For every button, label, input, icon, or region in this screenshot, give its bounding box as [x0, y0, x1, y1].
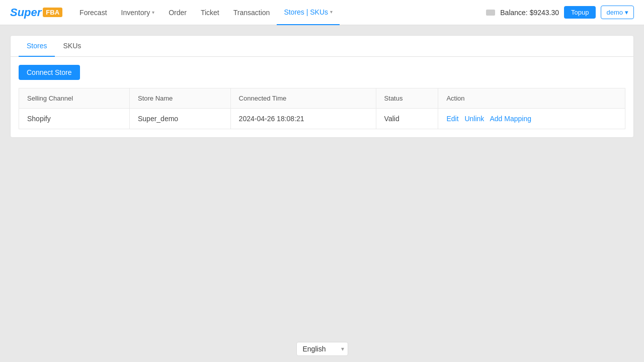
- tab-stores[interactable]: Stores: [19, 36, 55, 57]
- table-row: Shopify Super_demo 2024-04-26 18:08:21 V…: [19, 109, 625, 129]
- col-header-selling-channel: Selling Channel: [19, 88, 130, 109]
- language-select[interactable]: English Chinese Japanese: [296, 342, 348, 356]
- unlink-link[interactable]: Unlink: [464, 115, 484, 123]
- nav-item-order[interactable]: Order: [162, 0, 194, 25]
- nav-links: Forecast Inventory ▾ Order Ticket Transa…: [72, 0, 486, 25]
- nav-item-transaction[interactable]: Transaction: [226, 0, 277, 25]
- page-content: Stores SKUs Connect Store Selling Channe…: [0, 25, 644, 148]
- balance-icon: [486, 10, 495, 16]
- logo-fba-text: FBA: [43, 8, 62, 17]
- chevron-down-icon: ▾: [152, 10, 154, 15]
- stores-table: Selling Channel Store Name Connected Tim…: [19, 88, 625, 129]
- connect-store-button[interactable]: Connect Store: [19, 65, 80, 80]
- nav-item-ticket[interactable]: Ticket: [194, 0, 226, 25]
- cell-selling-channel: Shopify: [19, 109, 130, 129]
- footer: English Chinese Japanese: [0, 336, 644, 362]
- navbar: Super FBA Forecast Inventory ▾ Order Tic…: [0, 0, 644, 25]
- card-body: Connect Store Selling Channel Store Name…: [11, 57, 633, 137]
- edit-link[interactable]: Edit: [446, 115, 458, 123]
- cell-status: Valid: [376, 109, 438, 129]
- nav-item-stores-skus[interactable]: Stores | SKUs ▾: [277, 0, 340, 25]
- topup-button[interactable]: Topup: [564, 6, 596, 19]
- balance-text: Balance: $9243.30: [500, 9, 559, 17]
- cell-action: Edit Unlink Add Mapping: [438, 109, 625, 129]
- main-card: Stores SKUs Connect Store Selling Channe…: [10, 35, 634, 138]
- add-mapping-link[interactable]: Add Mapping: [490, 115, 531, 123]
- demo-button[interactable]: demo ▾: [601, 6, 634, 19]
- chevron-down-icon-demo: ▾: [625, 9, 628, 16]
- logo-super-text: Super: [10, 6, 41, 19]
- col-header-action: Action: [438, 88, 625, 109]
- chevron-down-icon-stores: ▾: [330, 9, 333, 15]
- nav-item-forecast[interactable]: Forecast: [72, 0, 114, 25]
- col-header-connected-time: Connected Time: [230, 88, 376, 109]
- nav-right: Balance: $9243.30 Topup demo ▾: [486, 6, 634, 19]
- logo[interactable]: Super FBA: [10, 6, 62, 19]
- tab-skus[interactable]: SKUs: [55, 36, 89, 57]
- cell-store-name: Super_demo: [129, 109, 230, 129]
- col-header-store-name: Store Name: [129, 88, 230, 109]
- table-header-row: Selling Channel Store Name Connected Tim…: [19, 88, 625, 109]
- cell-connected-time: 2024-04-26 18:08:21: [230, 109, 376, 129]
- tabs-container: Stores SKUs: [11, 36, 633, 57]
- col-header-status: Status: [376, 88, 438, 109]
- nav-item-inventory[interactable]: Inventory ▾: [114, 0, 162, 25]
- language-wrapper: English Chinese Japanese: [296, 342, 348, 356]
